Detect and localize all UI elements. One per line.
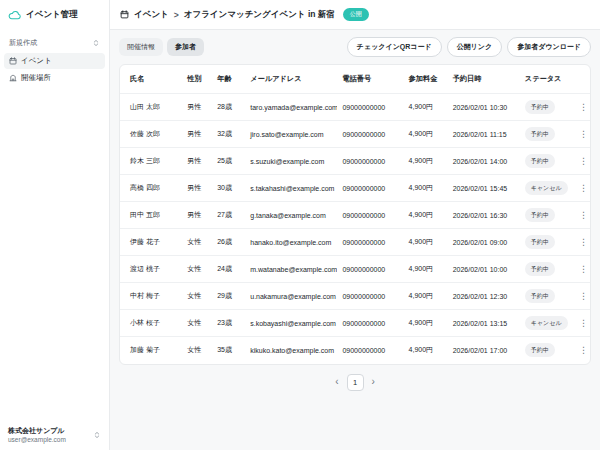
cell-datetime: 2026/02/01 12:30 <box>448 283 520 310</box>
cell-email: s.takahashi@example.com <box>245 175 337 202</box>
content-area: 開催情報 参加者 チェックインQRコード 公開リンク 参加者ダウンロード 氏名 … <box>110 30 600 450</box>
cloud-logo-icon <box>8 10 22 21</box>
cell-phone: 09000000000 <box>337 256 403 283</box>
status-badge: 予約中 <box>525 154 555 168</box>
cell-gender: 女性 <box>182 229 212 256</box>
status-badge: 予約中 <box>525 100 555 114</box>
page-number-button[interactable]: 1 <box>347 374 364 391</box>
cell-gender: 男性 <box>182 202 212 229</box>
cell-phone: 09000000000 <box>337 337 403 364</box>
cell-phone: 09000000000 <box>337 94 403 121</box>
cell-fee: 4,900円 <box>404 94 448 121</box>
sidebar-spacer <box>0 87 109 419</box>
column-header-age: 年齢 <box>212 65 245 94</box>
cell-age: 30歳 <box>212 175 245 202</box>
cell-status: 予約中 <box>520 148 572 175</box>
row-menu-button[interactable]: ⋮ <box>577 263 590 276</box>
calendar-icon <box>9 57 17 65</box>
pagination: ‹ 1 › <box>119 374 591 391</box>
account-company: 株式会社サンプル <box>8 426 66 436</box>
cell-status: キャンセル <box>520 175 572 202</box>
unfold-icon <box>92 39 100 47</box>
cell-row-menu: ⋮ <box>572 121 590 148</box>
prev-page-button[interactable]: ‹ <box>335 377 338 387</box>
table-row: 加藤 菊子女性35歳kikuko.kato@example.com0900000… <box>120 337 590 364</box>
column-header-status: ステータス <box>520 65 572 94</box>
cell-gender: 男性 <box>182 94 212 121</box>
building-icon <box>9 74 17 82</box>
checkin-qr-button[interactable]: チェックインQRコード <box>347 37 442 57</box>
participants-table-card: 氏名 性別 年齢 メールアドレス 電話番号 参加料金 予約日時 ステータス 山田… <box>119 64 591 365</box>
cell-name: 小林 桜子 <box>120 310 182 337</box>
cell-name: 加藤 菊子 <box>120 337 182 364</box>
cell-age: 23歳 <box>212 310 245 337</box>
table-row: 田中 五郎男性27歳g.tanaka@example.com0900000000… <box>120 202 590 229</box>
cell-datetime: 2026/02/01 17:00 <box>448 337 520 364</box>
table-row: 高橋 四郎男性30歳s.takahashi@example.com0900000… <box>120 175 590 202</box>
row-menu-button[interactable]: ⋮ <box>577 182 590 195</box>
breadcrumb: イベント > オフラインマッチングイベント in 新宿 公開 <box>110 0 600 30</box>
row-menu-button[interactable]: ⋮ <box>577 317 590 330</box>
cell-email: kikuko.kato@example.com <box>245 337 337 364</box>
download-participants-button[interactable]: 参加者ダウンロード <box>507 37 591 57</box>
column-header-phone: 電話番号 <box>337 65 403 94</box>
sidebar-item-events[interactable]: イベント <box>4 53 105 69</box>
row-menu-button[interactable]: ⋮ <box>577 101 590 114</box>
unfold-icon <box>93 431 101 439</box>
table-row: 中村 梅子女性29歳u.nakamura@example.com09000000… <box>120 283 590 310</box>
cell-status: 予約中 <box>520 94 572 121</box>
cell-gender: 女性 <box>182 256 212 283</box>
cell-fee: 4,900円 <box>404 229 448 256</box>
tab-participants[interactable]: 参加者 <box>167 38 204 56</box>
sidebar-nav: イベント 開催場所 <box>0 52 109 87</box>
table-row: 伊藤 花子女性26歳hanako.ito@example.com09000000… <box>120 229 590 256</box>
public-link-button[interactable]: 公開リンク <box>447 37 503 57</box>
cell-phone: 09000000000 <box>337 283 403 310</box>
tabs: 開催情報 参加者 <box>119 38 204 56</box>
column-header-email: メールアドレス <box>245 65 337 94</box>
row-menu-button[interactable]: ⋮ <box>577 236 590 249</box>
row-menu-button[interactable]: ⋮ <box>577 128 590 141</box>
cell-datetime: 2026/02/01 10:30 <box>448 94 520 121</box>
tab-event-info[interactable]: 開催情報 <box>119 38 163 56</box>
column-header-fee: 参加料金 <box>404 65 448 94</box>
cell-fee: 4,900円 <box>404 310 448 337</box>
cell-status: 予約中 <box>520 256 572 283</box>
cell-status: 予約中 <box>520 283 572 310</box>
breadcrumb-events-link[interactable]: イベント <box>134 9 169 21</box>
cell-row-menu: ⋮ <box>572 283 590 310</box>
cell-datetime: 2026/02/01 14:00 <box>448 148 520 175</box>
cell-email: s.kobayashi@example.com <box>245 310 337 337</box>
cell-row-menu: ⋮ <box>572 256 590 283</box>
row-menu-button[interactable]: ⋮ <box>577 155 590 168</box>
breadcrumb-current-event: オフラインマッチングイベント in 新宿 <box>184 9 335 21</box>
row-menu-button[interactable]: ⋮ <box>577 209 590 222</box>
app-logo[interactable]: イベント管理 <box>0 0 109 30</box>
participants-table: 氏名 性別 年齢 メールアドレス 電話番号 参加料金 予約日時 ステータス 山田… <box>120 65 590 364</box>
cell-name: 中村 梅子 <box>120 283 182 310</box>
cell-phone: 09000000000 <box>337 148 403 175</box>
cell-phone: 09000000000 <box>337 202 403 229</box>
cell-datetime: 2026/02/01 09:00 <box>448 229 520 256</box>
cell-row-menu: ⋮ <box>572 175 590 202</box>
sidebar-item-label: 開催場所 <box>21 73 51 83</box>
table-row: 鈴木 三郎男性25歳s.suzuki@example.com0900000000… <box>120 148 590 175</box>
status-badge: 予約中 <box>525 343 555 357</box>
cell-row-menu: ⋮ <box>572 337 590 364</box>
toolbar: 開催情報 参加者 チェックインQRコード 公開リンク 参加者ダウンロード <box>119 37 591 57</box>
next-page-button[interactable]: › <box>372 377 375 387</box>
cell-status: 予約中 <box>520 337 572 364</box>
cell-gender: 男性 <box>182 148 212 175</box>
sidebar-section-new-create[interactable]: 新規作成 <box>6 36 103 50</box>
sidebar-item-venues[interactable]: 開催場所 <box>4 70 105 86</box>
cell-fee: 4,900円 <box>404 121 448 148</box>
row-menu-button[interactable]: ⋮ <box>577 344 590 357</box>
table-row: 小林 桜子女性23歳s.kobayashi@example.com0900000… <box>120 310 590 337</box>
account-switcher[interactable]: 株式会社サンプル user@example.com <box>0 419 109 450</box>
cell-age: 29歳 <box>212 283 245 310</box>
cell-age: 32歳 <box>212 121 245 148</box>
cell-row-menu: ⋮ <box>572 310 590 337</box>
row-menu-button[interactable]: ⋮ <box>577 290 590 303</box>
cell-gender: 女性 <box>182 283 212 310</box>
cell-status: 予約中 <box>520 121 572 148</box>
